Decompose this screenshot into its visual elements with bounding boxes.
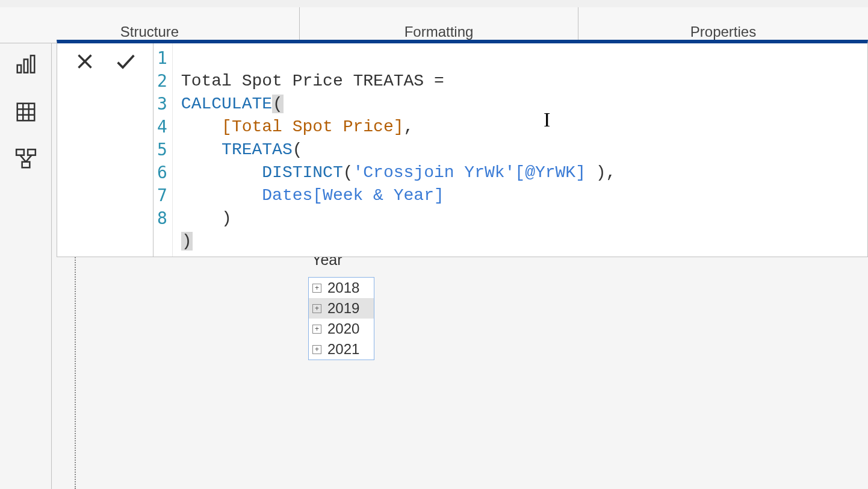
line-number: 1 (157, 47, 167, 70)
slicer-item-label: 2019 (327, 300, 359, 317)
slicer-item-label: 2021 (327, 341, 359, 358)
code-measure: [Total Spot Price] (222, 117, 403, 136)
ribbon-group-properties: Properties (578, 7, 868, 43)
cancel-formula-button[interactable] (73, 49, 97, 73)
code-keyword: DISTINCT (262, 163, 343, 182)
slicer-item-2020[interactable]: + 2020 (309, 319, 374, 339)
expand-icon[interactable]: + (312, 284, 321, 293)
close-icon (74, 51, 96, 72)
slicer-item-label: 2018 (327, 279, 359, 296)
svg-rect-0 (17, 65, 20, 73)
expand-icon[interactable]: + (312, 345, 321, 354)
code-paren: ( (293, 140, 303, 159)
ribbon-top-edge (0, 0, 868, 7)
code-paren: ) (181, 232, 193, 251)
year-slicer[interactable]: Year + 2018 + 2019 + 2020 + 2021 (308, 251, 374, 360)
code-column-ref: 'Crossjoin YrWk'[@YrWK] (353, 163, 586, 182)
ribbon-group-structure-label: Structure (120, 23, 179, 40)
formula-bar[interactable]: 1 2 3 4 5 6 7 8 Total Spot Price TREATAS… (57, 40, 868, 257)
line-number: 6 (157, 161, 167, 184)
svg-rect-10 (22, 162, 29, 168)
model-view-button[interactable] (13, 146, 39, 172)
expand-icon[interactable]: + (312, 325, 321, 334)
code-paren: ( (272, 95, 284, 113)
svg-rect-9 (28, 149, 36, 155)
ribbon-group-formatting: Formatting (300, 7, 578, 43)
dax-editor[interactable]: 1 2 3 4 5 6 7 8 Total Spot Price TREATAS… (153, 43, 867, 257)
code-column-ref: Dates[Week & Year] (262, 186, 444, 205)
line-number: 3 (157, 93, 167, 116)
code-keyword: TREATAS (222, 140, 293, 159)
line-number: 8 (157, 207, 167, 230)
check-icon (114, 49, 138, 73)
formula-bar-actions (57, 43, 153, 257)
svg-line-11 (20, 155, 26, 162)
svg-rect-2 (30, 55, 34, 73)
code-text: Total Spot Price TREATAS = (181, 72, 444, 90)
slicer-item-2019[interactable]: + 2019 (309, 298, 374, 319)
bar-chart-icon (14, 54, 37, 76)
line-number: 5 (157, 139, 167, 161)
dax-code[interactable]: Total Spot Price TREATAS = CALCULATE( [T… (173, 43, 622, 257)
table-icon (14, 101, 37, 123)
model-icon (14, 148, 37, 170)
text-cursor-icon: I (544, 108, 550, 131)
code-indent (181, 140, 222, 159)
code-text: , (404, 117, 414, 136)
line-number-gutter: 1 2 3 4 5 6 7 8 (153, 43, 173, 257)
code-text: ) (181, 209, 232, 228)
code-indent (181, 186, 262, 205)
svg-line-12 (26, 155, 32, 162)
slicer-item-label: 2020 (327, 320, 359, 337)
code-paren: ( (343, 163, 353, 182)
report-view-button[interactable] (13, 52, 39, 78)
svg-rect-1 (23, 60, 27, 73)
commit-formula-button[interactable] (114, 49, 138, 73)
ribbon-group-formatting-label: Formatting (405, 23, 474, 40)
code-indent (181, 163, 262, 182)
expand-icon[interactable]: + (312, 304, 321, 313)
report-canvas[interactable]: 1 2 3 4 5 6 7 8 Total Spot Price TREATAS… (52, 43, 868, 489)
svg-rect-3 (17, 104, 34, 121)
main-area: 1 2 3 4 5 6 7 8 Total Spot Price TREATAS… (0, 43, 868, 489)
line-number: 4 (157, 116, 167, 139)
slicer-list: + 2018 + 2019 + 2020 + 2021 (308, 277, 374, 360)
data-view-button[interactable] (13, 99, 39, 125)
code-indent (181, 117, 222, 136)
slicer-item-2021[interactable]: + 2021 (309, 339, 374, 360)
ribbon-group-labels: Structure Formatting Properties (0, 7, 868, 43)
code-text: ), (586, 163, 616, 182)
slicer-item-2018[interactable]: + 2018 (309, 278, 374, 298)
svg-rect-8 (16, 149, 24, 155)
ribbon-group-structure: Structure (0, 7, 300, 43)
line-number: 7 (157, 184, 167, 207)
ribbon-group-properties-label: Properties (690, 23, 756, 40)
line-number: 2 (157, 70, 167, 93)
view-switcher-rail (0, 43, 52, 489)
code-keyword: CALCULATE (181, 95, 272, 113)
